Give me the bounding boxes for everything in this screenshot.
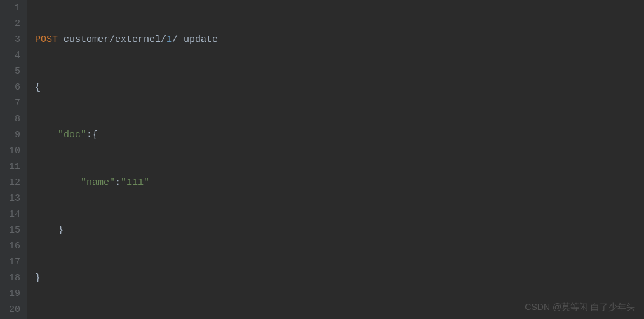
code-line[interactable]: } — [35, 270, 644, 286]
url-id: 1 — [166, 34, 172, 45]
line-number: 16 — [9, 238, 20, 254]
json-key: "name" — [81, 177, 115, 188]
line-number: 7 — [9, 95, 20, 111]
code-line[interactable]: } — [35, 222, 644, 238]
line-number: 4 — [9, 48, 20, 64]
indent — [35, 177, 81, 188]
brace-open: { — [35, 82, 41, 93]
line-number: 1 — [9, 0, 20, 16]
brace-close: } — [58, 225, 64, 236]
line-number: 5 — [9, 64, 20, 79]
line-number: 10 — [9, 143, 20, 159]
line-number: 14 — [9, 207, 20, 222]
http-method: POST — [35, 34, 58, 45]
line-number: 9 — [9, 127, 20, 143]
json-value: "111" — [121, 177, 149, 188]
json-key: "doc" — [58, 130, 86, 140]
colon: : — [115, 177, 121, 188]
line-number-gutter: 1 2 3 4 5 6 7 8 9 10 11 12 13 14 15 16 1… — [0, 0, 27, 319]
colon-brace: :{ — [86, 130, 98, 140]
code-line[interactable]: "name":"111" — [35, 175, 644, 191]
line-number: 20 — [9, 302, 20, 318]
line-number: 2 — [9, 16, 20, 32]
code-editor[interactable]: 1 2 3 4 5 6 7 8 9 10 11 12 13 14 15 16 1… — [0, 0, 644, 319]
line-number: 8 — [9, 111, 20, 127]
indent — [35, 130, 58, 140]
url-action: /_update — [172, 34, 218, 45]
line-number: 18 — [9, 270, 20, 286]
line-number: 13 — [9, 191, 20, 207]
brace-close: } — [35, 273, 41, 283]
url-path: customer/externel/ — [58, 34, 166, 45]
code-line[interactable]: "doc":{ — [35, 127, 644, 143]
line-number: 6 — [9, 79, 20, 95]
line-number: 19 — [9, 286, 20, 302]
code-line[interactable]: POST customer/externel/1/_update — [35, 32, 644, 48]
line-number: 15 — [9, 222, 20, 238]
line-number: 12 — [9, 175, 20, 191]
code-area[interactable]: POST customer/externel/1/_update { "doc"… — [27, 0, 644, 319]
line-number: 3 — [9, 32, 20, 48]
line-number: 11 — [9, 159, 20, 175]
indent — [35, 225, 58, 236]
code-line[interactable]: { — [35, 79, 644, 95]
line-number: 17 — [9, 254, 20, 270]
